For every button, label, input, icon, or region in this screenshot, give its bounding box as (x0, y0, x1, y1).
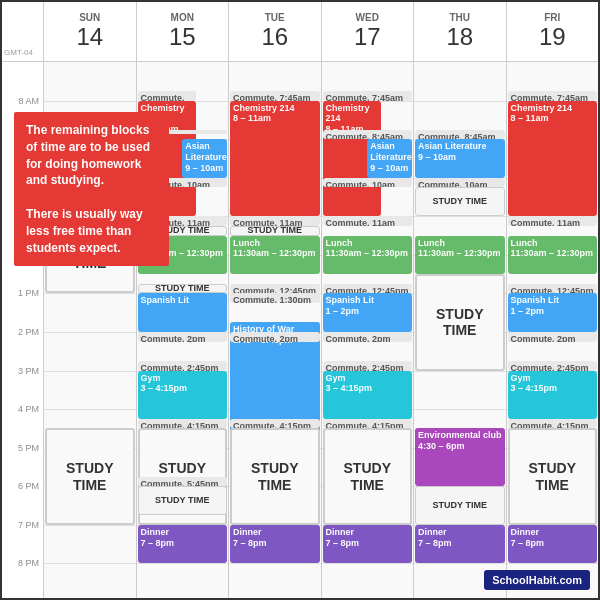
hour-line (414, 409, 506, 410)
day-num-fri: 19 (539, 23, 566, 51)
commute-wed-2: Commute, 8:45am (323, 130, 413, 140)
time-label-16: 4 PM (18, 404, 39, 414)
day-name-thu: THU (449, 12, 470, 23)
commute-tue-6: Commute, 4:15pm (230, 419, 320, 429)
commute-wed-5: Commute, 12:45pm (323, 284, 413, 294)
commute-fri-1: Commute, 7:45am (508, 91, 598, 101)
time-label-18: 6 PM (18, 481, 39, 491)
hour-line (44, 371, 136, 372)
commute-mon-8: Commute, 5:45pm (138, 477, 228, 487)
hour-line (414, 216, 506, 217)
hour-line (44, 101, 136, 102)
overlay-info-box: The remaining blocks of time are to be u… (14, 112, 169, 266)
study-thu-large: STUDY TIME (415, 274, 505, 370)
study-mon-3: STUDY TIME (138, 486, 228, 515)
dinner-wed: Dinner7 – 8pm (323, 525, 413, 564)
study-tue-1: STUDY TIME (230, 226, 320, 236)
commute-tue-1: Commute, 7:45am (230, 91, 320, 101)
lunch-fri: Lunch11:30am – 12:30pm (508, 236, 598, 275)
hour-line (322, 563, 414, 564)
commute-thu-1: Commute, 8:45am (415, 130, 505, 140)
day-name-tue: TUE (265, 12, 285, 23)
commute-fri-3: Commute, 12:45pm (508, 284, 598, 294)
commute-fri-4: Commute, 2pm (508, 332, 598, 342)
gym-fri: Gym3 – 4:15pm (508, 371, 598, 419)
commute-mon-5: Commute, 2pm (138, 332, 228, 342)
day-col-tue: Commute, 7:45amChemistry 2148 – 11amComm… (229, 62, 322, 600)
day-header-mon: MON 15 (137, 2, 230, 61)
study-thu-1: STUDY TIME (415, 187, 505, 216)
day-header-thu: THU 18 (414, 2, 507, 61)
time-label-20: 8 PM (18, 558, 39, 568)
day-col-wed: Commute, 7:45amChemistry 2148 – 11amComm… (322, 62, 415, 600)
study-time-sun-2: STUDYTIME (45, 428, 135, 524)
asian-lit-wed: Asian Literature9 – 10am (367, 139, 412, 178)
study-wed-large: STUDYTIME (323, 428, 413, 524)
hour-line (137, 563, 229, 564)
overlay-text: The remaining blocks of time are to be u… (26, 123, 150, 255)
dinner-thu: Dinner7 – 8pm (415, 525, 505, 564)
commute-tue-4: Commute, 1:30pm (230, 293, 320, 303)
day-name-wed: WED (356, 12, 379, 23)
commute-fri-5: Commute, 2:45pm (508, 361, 598, 371)
hour-line (414, 371, 506, 372)
study-tue-large: STUDYTIME (230, 428, 320, 524)
lunch-tue: Lunch11:30am – 12:30pm (230, 236, 320, 275)
day-name-fri: FRI (544, 12, 560, 23)
hour-line (44, 293, 136, 294)
gym-mon: Gym3 – 4:15pm (138, 371, 228, 419)
day-col-fri: Commute, 7:45amChemistry 2148 – 11amComm… (507, 62, 599, 600)
study-thu-2: STUDY TIME (415, 486, 505, 525)
day-num-mon: 15 (169, 23, 196, 51)
env-club-thu: Environmental club4:30 – 6pm (415, 428, 505, 486)
dinner-mon: Dinner7 – 8pm (138, 525, 228, 564)
day-col-thu: Commute, 8:45amAsian Literature9 – 10amC… (414, 62, 507, 600)
header-row: GMT-04 SUN 14 MON 15 TUE 16 WED 17 THU 1… (2, 2, 598, 62)
hour-line (44, 525, 136, 526)
commute-wed-3: Commute, 10am (323, 178, 413, 188)
hour-line (44, 409, 136, 410)
day-header-wed: WED 17 (322, 2, 415, 61)
day-name-mon: MON (171, 12, 194, 23)
hour-line (44, 332, 136, 333)
gym-wed: Gym3 – 4:15pm (323, 371, 413, 419)
commute-mon-1: Commute, 7:45am (138, 91, 196, 101)
commute-tue-3: Commute, 12:45pm (230, 284, 320, 294)
asian-lit-mon: Asian Literature9 – 10am (182, 139, 227, 178)
day-num-wed: 17 (354, 23, 381, 51)
study-fri-large: STUDYTIME (508, 428, 598, 524)
day-name-sun: SUN (79, 12, 100, 23)
dinner-tue: Dinner7 – 8pm (230, 525, 320, 564)
time-label-13: 1 PM (18, 288, 39, 298)
hour-line (44, 563, 136, 564)
day-num-sun: 14 (76, 23, 103, 51)
time-label-8: 8 AM (18, 96, 39, 106)
calendar-container: GMT-04 SUN 14 MON 15 TUE 16 WED 17 THU 1… (0, 0, 600, 600)
lunch-wed: Lunch11:30am – 12:30pm (323, 236, 413, 275)
commute-fri-6: Commute, 4:15pm (508, 419, 598, 429)
day-header-tue: TUE 16 (229, 2, 322, 61)
commute-wed-4: Commute, 11am (323, 216, 413, 226)
commute-fri-2: Commute, 11am (508, 216, 598, 226)
watermark: SchoolHabit.com (484, 570, 590, 590)
time-label-19: 7 PM (18, 520, 39, 530)
commute-mon-7: Commute, 4:15pm (138, 419, 228, 429)
lunch-thu: Lunch11:30am – 12:30pm (415, 236, 505, 275)
timezone-label: GMT-04 (2, 2, 44, 61)
commute-wed-1: Commute, 7:45am (323, 91, 413, 101)
time-label-15: 3 PM (18, 366, 39, 376)
chemistry-tue: Chemistry 2148 – 11am (230, 101, 320, 217)
study-mon-2: STUDY TIME (138, 284, 228, 294)
hour-line (507, 563, 599, 564)
commute-wed-8: Commute, 4:15pm (323, 419, 413, 429)
asian-lit-thu: Asian Literature9 – 10am (415, 139, 505, 178)
hour-line (229, 563, 321, 564)
spanish-fri: Spanish Lit1 – 2pm (508, 293, 598, 332)
day-num-thu: 18 (446, 23, 473, 51)
spanish-wed: Spanish Lit1 – 2pm (323, 293, 413, 332)
day-header-fri: FRI 19 (507, 2, 599, 61)
commute-tue-2: Commute, 11am (230, 216, 320, 226)
commute-wed-6: Commute, 2pm (323, 332, 413, 342)
chemistry-fri: Chemistry 2148 – 11am (508, 101, 598, 217)
day-header-sun: SUN 14 (44, 2, 137, 61)
